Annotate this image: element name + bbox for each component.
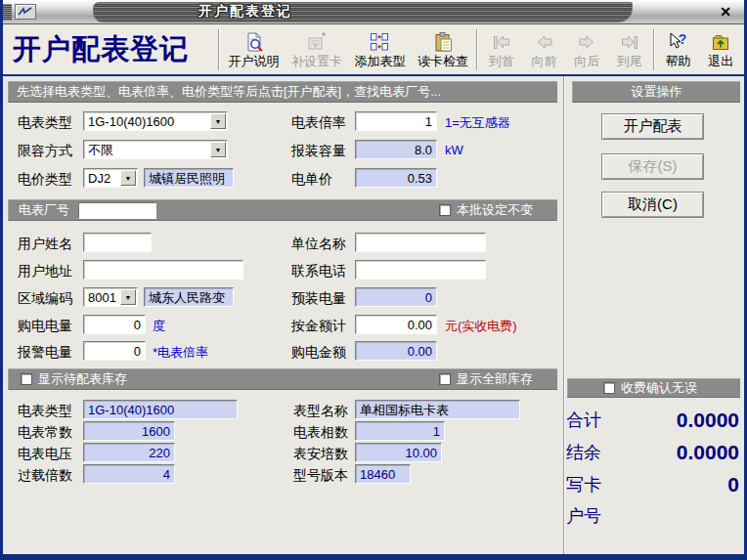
phone-input[interactable] (355, 260, 486, 280)
area-code-select[interactable]: 8001 ▼ (83, 287, 138, 307)
batch-fixed-checkbox[interactable] (439, 204, 451, 216)
info-voltage-value: 220 (84, 444, 174, 461)
help-icon: ? (668, 29, 689, 53)
toolbar-button-previous: 向前 (523, 26, 566, 73)
pending-stock-checkbox-group[interactable]: 显示待配表库存 (21, 370, 127, 388)
chevron-down-icon[interactable]: ▼ (210, 113, 226, 129)
alarm-qty-input[interactable]: 0 (83, 341, 146, 361)
toolbar-button-exit[interactable]: 退出 (699, 26, 742, 73)
info-ampere-field: 10.00 (355, 443, 442, 462)
info-overload-label: 过载倍数 (18, 467, 72, 485)
previous-record-icon (534, 29, 555, 53)
info-version-field: 18460 (355, 464, 411, 484)
toolbar-button-read-card-check[interactable]: 读卡检查 (412, 26, 474, 73)
purchase-amount-field: 0.00 (355, 341, 437, 361)
meter-type-select[interactable]: 1G-10(40)1600 ▼ (83, 111, 228, 131)
limit-mode-label: 限容方式 (18, 143, 72, 160)
purchase-qty-unit: 度 (153, 318, 165, 335)
info-ampere-value: 10.00 (356, 444, 441, 461)
area-code-label: 区域编码 (18, 290, 72, 308)
first-record-icon (491, 29, 512, 53)
stock-bar: 显示待配表库存 显示全部库存 (8, 368, 557, 390)
balance-value: 0.0000 (677, 441, 739, 464)
org-name-input[interactable] (355, 233, 486, 252)
info-overload-value: 4 (84, 465, 174, 483)
info-phases-field: 1 (355, 421, 445, 441)
purchase-amount-value: 0.00 (356, 342, 436, 360)
batch-fixed-label: 本批设定不变 (457, 201, 533, 219)
factory-no-input[interactable] (78, 202, 156, 219)
next-record-icon (576, 29, 597, 53)
button-label: 取消(C) (628, 195, 678, 214)
side-panel-header: 设置操作 (572, 81, 740, 103)
open-account-assign-button[interactable]: 开户配表 (601, 113, 704, 140)
fee-confirm-checkbox-group[interactable]: 收费确认无误 (603, 379, 697, 397)
info-type-name-label: 表型名称 (293, 403, 348, 420)
cancel-button[interactable]: 取消(C) (601, 192, 704, 218)
toolbar: 开户配表登记 开户说明 ✳ 补设置卡 添加表型 (3, 24, 744, 76)
account-no-row: 户号 (566, 502, 739, 530)
account-no-label: 户号 (566, 504, 601, 528)
toolbar-button-label: 帮助 (666, 53, 691, 70)
capacity-label: 报装容量 (291, 143, 346, 160)
factory-no-label: 电表厂号 (19, 201, 69, 219)
info-meter-type-label: 电表类型 (18, 403, 72, 420)
multiplier-input[interactable]: 1 (355, 111, 437, 131)
info-constant-value: 1600 (84, 422, 174, 440)
card-plus-icon: ✳ (306, 29, 328, 53)
all-stock-label: 显示全部库存 (457, 370, 533, 388)
user-name-input[interactable] (83, 233, 152, 252)
capacity-unit: kW (445, 143, 463, 157)
total-row: 合计 0.0000 (566, 407, 739, 434)
toolbar-button-reissue-card: ✳ 补设置卡 (286, 26, 348, 73)
phone-value (356, 261, 485, 262)
chevron-down-icon[interactable]: ▼ (120, 170, 136, 186)
all-stock-checkbox-group[interactable]: 显示全部库存 (439, 370, 533, 388)
svg-text:✳: ✳ (313, 43, 318, 49)
address-input[interactable] (83, 260, 243, 280)
all-stock-checkbox[interactable] (439, 373, 451, 385)
svg-text:?: ? (678, 31, 686, 47)
info-constant-label: 电表常数 (18, 424, 72, 442)
window-logo-icon (15, 4, 36, 20)
hint-text: 先选择电表类型、电表倍率、电价类型等后点击[开户配表]，查找电表厂号... (17, 83, 441, 101)
client-area: 先选择电表类型、电表倍率、电价类型等后点击[开户配表]，查找电表厂号... 设置… (3, 76, 744, 554)
price-type-desc: 城镇居民照明 (145, 169, 233, 187)
meter-type-value: 1G-10(40)1600 (84, 112, 227, 130)
info-phases-value: 1 (356, 422, 444, 440)
toolbar-separator (218, 29, 220, 70)
write-card-value: 0 (727, 473, 739, 496)
chevron-down-icon[interactable]: ▼ (210, 142, 226, 157)
batch-fixed-checkbox-group[interactable]: 本批设定不变 (439, 201, 533, 219)
purchase-qty-value: 0 (84, 316, 145, 333)
toolbar-button-add-meter-type[interactable]: 添加表型 (348, 26, 411, 73)
by-amount-input[interactable]: 0.00 (355, 315, 437, 334)
titlebar-stripes (93, 2, 633, 22)
limit-mode-select[interactable]: 不限 ▼ (83, 140, 228, 159)
close-button[interactable]: ✕ (717, 3, 734, 21)
toolbar-button-open-instructions[interactable]: 开户说明 (222, 26, 285, 73)
add-type-icon (369, 29, 390, 53)
area-code-desc: 城东人民路变 (145, 288, 233, 306)
toolbar-button-label: 补设置卡 (291, 53, 342, 70)
balance-label: 结余 (566, 441, 601, 464)
user-name-value (84, 234, 151, 235)
unit-price-field: 0.53 (355, 168, 437, 188)
org-name-value (356, 234, 485, 235)
toolbar-button-help[interactable]: ? 帮助 (657, 26, 700, 73)
purchase-qty-input[interactable]: 0 (83, 315, 146, 334)
preload-qty-label: 预装电量 (291, 290, 346, 308)
button-label: 保存(S) (629, 157, 678, 176)
info-voltage-field: 220 (83, 443, 175, 462)
fee-confirm-checkbox[interactable] (603, 382, 615, 394)
chevron-down-icon[interactable]: ▼ (120, 289, 136, 305)
by-amount-unit: 元(实收电费) (445, 318, 517, 335)
multiplier-value: 1 (356, 112, 436, 130)
doc-search-icon (243, 29, 265, 53)
org-name-label: 单位名称 (291, 236, 346, 253)
write-card-row: 写卡 0 (566, 471, 739, 498)
price-type-select[interactable]: DJ2 ▼ (83, 168, 138, 188)
pending-stock-checkbox[interactable] (21, 373, 32, 385)
info-meter-type-field: 1G-10(40)1600 (83, 400, 238, 419)
price-type-desc-field: 城镇居民照明 (144, 168, 234, 188)
